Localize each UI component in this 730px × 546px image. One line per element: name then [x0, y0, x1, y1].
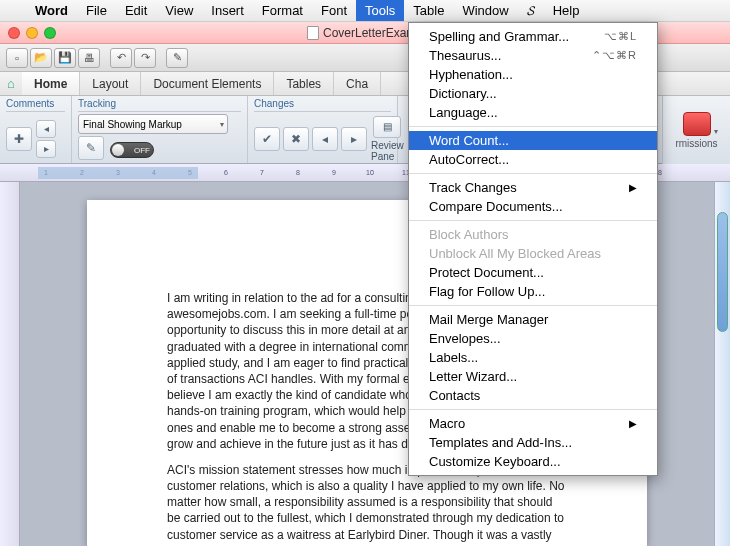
menu-item-macro[interactable]: Macro▶ [409, 414, 657, 433]
menu-item-label: Spelling and Grammar... [429, 29, 569, 44]
menu-view[interactable]: View [156, 0, 202, 21]
menu-item-label: Dictionary... [429, 86, 497, 101]
menu-item-protect-document[interactable]: Protect Document... [409, 263, 657, 282]
new-doc-button[interactable]: ▫ [6, 48, 28, 68]
next-change-button[interactable]: ▸ [341, 127, 367, 151]
menu-item-label: Word Count... [429, 133, 509, 148]
menu-tools[interactable]: Tools [356, 0, 404, 21]
menu-item-contacts[interactable]: Contacts [409, 386, 657, 405]
ruler-tick: 7 [244, 169, 280, 176]
menu-item-unblock-all-my-blocked-areas: Unblock All My Blocked Areas [409, 244, 657, 263]
group-tracking: Tracking Final Showing Markup ✎ OFF [72, 96, 248, 163]
vertical-scrollbar[interactable] [714, 182, 730, 546]
menu-item-label: Mail Merge Manager [429, 312, 548, 327]
menu-item-label: Hyphenation... [429, 67, 513, 82]
tab-charts[interactable]: Cha [334, 72, 381, 95]
menu-item-word-count[interactable]: Word Count... [409, 131, 657, 150]
tools-menu: Spelling and Grammar...⌥⌘LThesaurus...⌃⌥… [408, 22, 658, 476]
tab-document-elements[interactable]: Document Elements [141, 72, 274, 95]
menu-item-mail-merge-manager[interactable]: Mail Merge Manager [409, 310, 657, 329]
prev-change-button[interactable]: ◂ [312, 127, 338, 151]
menu-separator [409, 409, 657, 410]
menu-item-letter-wizard[interactable]: Letter Wizard... [409, 367, 657, 386]
tab-tables[interactable]: Tables [274, 72, 334, 95]
menu-item-label: Language... [429, 105, 498, 120]
menu-table[interactable]: Table [404, 0, 453, 21]
permissions-icon[interactable] [683, 112, 711, 136]
group-permissions: rmissions [662, 96, 730, 164]
home-icon[interactable]: ⌂ [0, 72, 22, 95]
menu-item-dictionary[interactable]: Dictionary... [409, 84, 657, 103]
permissions-label: rmissions [675, 138, 717, 149]
menu-separator [409, 305, 657, 306]
prev-comment-button[interactable]: ◂ [36, 120, 56, 138]
save-button[interactable]: 💾 [54, 48, 76, 68]
vertical-ruler[interactable] [0, 182, 20, 546]
next-comment-button[interactable]: ▸ [36, 140, 56, 158]
tab-home[interactable]: Home [22, 72, 80, 95]
menu-item-label: Letter Wizard... [429, 369, 517, 384]
submenu-arrow-icon: ▶ [629, 418, 637, 429]
menu-item-track-changes[interactable]: Track Changes▶ [409, 178, 657, 197]
menu-item-autocorrect[interactable]: AutoCorrect... [409, 150, 657, 169]
zoom-window-button[interactable] [44, 27, 56, 39]
menu-separator [409, 173, 657, 174]
menu-item-envelopes[interactable]: Envelopes... [409, 329, 657, 348]
menu-format[interactable]: Format [253, 0, 312, 21]
menu-window[interactable]: Window [453, 0, 517, 21]
track-changes-toggle[interactable]: OFF [110, 142, 154, 158]
menu-separator [409, 126, 657, 127]
menu-item-label: Templates and Add-Ins... [429, 435, 572, 450]
menu-item-thesaurus[interactable]: Thesaurus...⌃⌥⌘R [409, 46, 657, 65]
undo-button[interactable]: ↶ [110, 48, 132, 68]
menu-insert[interactable]: Insert [202, 0, 253, 21]
menu-font[interactable]: Font [312, 0, 356, 21]
mac-menubar: Word File Edit View Insert Format Font T… [0, 0, 730, 22]
minimize-window-button[interactable] [26, 27, 38, 39]
ruler-tick: 6 [208, 169, 244, 176]
submenu-arrow-icon: ▶ [629, 182, 637, 193]
print-button[interactable]: 🖶 [78, 48, 100, 68]
script-icon[interactable]: 𝓢 [518, 3, 544, 19]
group-comments-label: Comments [6, 98, 65, 112]
menu-item-block-authors: Block Authors [409, 225, 657, 244]
window-title: CoverLetterExamp [307, 26, 423, 40]
menu-shortcut: ⌃⌥⌘R [592, 49, 637, 62]
menu-file[interactable]: File [77, 0, 116, 21]
open-button[interactable]: 📂 [30, 48, 52, 68]
menu-item-language[interactable]: Language... [409, 103, 657, 122]
redo-button[interactable]: ↷ [134, 48, 156, 68]
ruler-tick: 9 [316, 169, 352, 176]
accept-change-button[interactable]: ✔ [254, 127, 280, 151]
menu-word[interactable]: Word [26, 0, 77, 21]
menu-item-label: Compare Documents... [429, 199, 563, 214]
menu-help[interactable]: Help [544, 0, 589, 21]
menu-item-label: AutoCorrect... [429, 152, 509, 167]
menu-item-label: Unblock All My Blocked Areas [429, 246, 601, 261]
menu-item-templates-and-add-ins[interactable]: Templates and Add-Ins... [409, 433, 657, 452]
menu-item-labels[interactable]: Labels... [409, 348, 657, 367]
menu-item-customize-keyboard[interactable]: Customize Keyboard... [409, 452, 657, 471]
menu-separator [409, 220, 657, 221]
ruler-margin-indicator [38, 167, 198, 179]
new-comment-button[interactable]: ✚ [6, 127, 32, 151]
group-tracking-label: Tracking [78, 98, 241, 112]
scrollbar-thumb[interactable] [717, 212, 728, 332]
tracking-display-dropdown[interactable]: Final Showing Markup [78, 114, 228, 134]
group-changes: Changes ✔ ✖ ◂ ▸ ▤ Review Pane [248, 96, 398, 163]
ruler-tick: 8 [280, 169, 316, 176]
menu-item-label: Thesaurus... [429, 48, 501, 63]
menu-item-spelling-and-grammar[interactable]: Spelling and Grammar...⌥⌘L [409, 27, 657, 46]
menu-shortcut: ⌥⌘L [604, 30, 637, 43]
menu-item-hyphenation[interactable]: Hyphenation... [409, 65, 657, 84]
menu-edit[interactable]: Edit [116, 0, 156, 21]
reject-change-button[interactable]: ✖ [283, 127, 309, 151]
format-brush-button[interactable]: ✎ [166, 48, 188, 68]
menu-item-flag-for-follow-up[interactable]: Flag for Follow Up... [409, 282, 657, 301]
menu-item-label: Labels... [429, 350, 478, 365]
track-changes-button[interactable]: ✎ [78, 136, 104, 160]
menu-item-compare-documents[interactable]: Compare Documents... [409, 197, 657, 216]
menu-item-label: Contacts [429, 388, 480, 403]
tab-layout[interactable]: Layout [80, 72, 141, 95]
close-window-button[interactable] [8, 27, 20, 39]
